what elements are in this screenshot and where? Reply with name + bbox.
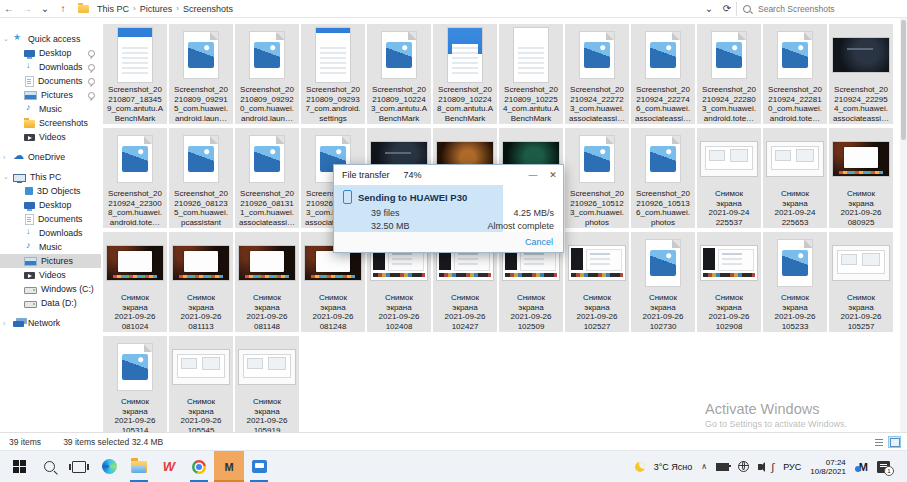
file-tile[interactable]: Screenshot_20 210924_22272 3_com.huawei.… — [565, 24, 629, 124]
breadcrumb-item[interactable]: Pictures — [137, 4, 176, 14]
thumbnail-view-button[interactable] — [888, 436, 901, 448]
taskbar-chrome-button[interactable] — [184, 451, 214, 482]
sidebar-item-3d-objects[interactable]: 3D Objects — [0, 184, 101, 198]
expand-chevron-icon[interactable]: ⌄ — [3, 35, 11, 43]
expand-chevron-icon[interactable]: › — [3, 320, 11, 327]
file-name: Снимок экрана 2021-09-26 105545 — [181, 397, 222, 435]
weather-moon-icon[interactable] — [635, 462, 645, 472]
dialog-titlebar[interactable]: File transfer 74% — ✕ — [334, 165, 563, 185]
taskbar-file-explorer-button[interactable] — [124, 451, 154, 482]
close-button[interactable]: ✕ — [543, 170, 563, 180]
language-indicator[interactable]: РУС — [783, 462, 801, 472]
forward-button[interactable]: → — [18, 3, 36, 14]
sidebar-item-desktop[interactable]: Desktop — [0, 46, 101, 60]
file-tile[interactable]: Снимок экрана 2021-09-24 225537 — [697, 128, 761, 228]
back-button[interactable]: ← — [0, 3, 18, 14]
file-tile[interactable]: Screenshot_20 210926_10512 3_com.huawei.… — [565, 128, 629, 228]
sidebar-item-music[interactable]: Music — [0, 102, 101, 116]
sidebar-item-this-pc[interactable]: ⌄This PC — [0, 170, 101, 184]
file-tile[interactable]: Снимок экрана 2021-09-26 105314 — [103, 336, 167, 436]
volume-icon[interactable] — [758, 464, 762, 470]
sidebar-item-network[interactable]: ›Network — [0, 316, 101, 330]
sidebar-item-videos[interactable]: Videos — [0, 268, 101, 282]
file-tile[interactable]: Screenshot_20 210926_08123 5_com.huawei.… — [169, 128, 233, 228]
clock[interactable]: 07:24 10/8/2021 — [810, 458, 846, 476]
dialog-title: File transfer — [342, 170, 390, 180]
file-tile[interactable]: Снимок экрана 2021-09-26 081024 — [103, 232, 167, 332]
hidden-icons-chevron[interactable]: ∧ — [701, 462, 707, 471]
taskbar-wps-office-button[interactable]: W — [154, 451, 184, 482]
file-tile[interactable]: Снимок экрана 2021-09-26 081148 — [235, 232, 299, 332]
file-tile[interactable]: Снимок экрана 2021-09-26 080925 — [829, 128, 893, 228]
up-button[interactable]: ↑ — [54, 3, 72, 14]
sidebar-item-windows-c-[interactable]: Windows (C:) — [0, 282, 101, 296]
network-icon[interactable] — [738, 461, 749, 472]
taskbar-screen-share-button[interactable] — [244, 451, 274, 482]
search-input[interactable] — [756, 3, 890, 15]
sidebar-item-documents[interactable]: Documents — [0, 212, 101, 226]
scrollbar-thumb[interactable] — [901, 20, 906, 140]
sidebar-item-pictures[interactable]: Pictures — [0, 88, 101, 102]
file-tile[interactable]: Screenshot_20 210924_22280 3_com.huawei.… — [697, 24, 761, 124]
vertical-scrollbar[interactable] — [900, 18, 907, 432]
file-tile[interactable]: Screenshot_20 210807_18345 9_com.antutu.… — [103, 24, 167, 124]
taskbar-start-button[interactable] — [4, 451, 34, 482]
file-tile[interactable]: Screenshot_20 210809_10224 8_com.antutu.… — [433, 24, 497, 124]
details-view-button[interactable] — [872, 436, 885, 448]
file-tile[interactable]: Screenshot_20 210924_22274 6_com.huawei.… — [631, 24, 695, 124]
file-tile[interactable]: Снимок экрана 2021-09-26 105919 — [235, 336, 299, 436]
recent-locations-button[interactable]: ⌄ — [36, 3, 54, 14]
file-tile[interactable]: Screenshot_20 210809_09292 0_com.huawei.… — [235, 24, 299, 124]
search-box[interactable] — [736, 2, 905, 16]
taskbar-edge-button[interactable] — [94, 451, 124, 482]
sidebar-item-downloads[interactable]: Downloads — [0, 60, 101, 74]
refresh-button[interactable]: ⟳ — [718, 3, 736, 14]
file-tile[interactable]: Screenshot_20 210809_09291 5_com.huawei.… — [169, 24, 233, 124]
breadcrumb-item[interactable]: This PC — [94, 4, 132, 14]
breadcrumb-item[interactable]: Screenshots — [180, 4, 236, 14]
address-dropdown-button[interactable]: ⌄ — [700, 3, 718, 14]
minimize-button[interactable]: — — [523, 170, 543, 180]
sidebar-item-downloads[interactable]: Downloads — [0, 226, 101, 240]
sidebar-item-documents[interactable]: Documents — [0, 74, 101, 88]
file-tile[interactable]: Снимок экрана 2021-09-24 225653 — [763, 128, 827, 228]
taskbar-search-button[interactable] — [34, 451, 64, 482]
sidebar-item-data-d-[interactable]: Data (D:) — [0, 296, 101, 310]
action-center-icon[interactable]: 1 — [877, 461, 890, 473]
image-placeholder-icon — [188, 42, 214, 68]
huawei-tray-icon[interactable]: M — [855, 461, 868, 473]
sidebar-item-music[interactable]: Music — [0, 240, 101, 254]
sidebar-item-screenshots[interactable]: Screenshots — [0, 116, 101, 130]
taskbar-huawei-manager-button[interactable]: M — [214, 451, 244, 482]
file-tile[interactable]: Screenshot_20 210926_08131 1_com.huawei.… — [235, 128, 299, 228]
sidebar-item-quick-access[interactable]: ⌄Quick access — [0, 32, 101, 46]
file-tile[interactable]: Снимок экрана 2021-09-26 105545 — [169, 336, 233, 436]
sidebar-item-desktop[interactable]: Desktop — [0, 198, 101, 212]
file-name: Снимок экрана 2021-09-26 105257 — [841, 293, 882, 331]
file-tile[interactable]: Снимок экрана 2021-09-26 102730 — [631, 232, 695, 332]
file-tile[interactable]: Снимок экрана 2021-09-26 081113 — [169, 232, 233, 332]
breadcrumb[interactable]: This PC›Pictures›Screenshots — [76, 1, 700, 16]
battery-icon[interactable] — [716, 463, 729, 471]
cancel-button[interactable]: Cancel — [525, 237, 553, 247]
weather-text[interactable]: 3°C Ясно — [654, 462, 693, 472]
sidebar-item-pictures[interactable]: Pictures — [0, 254, 101, 268]
file-tile[interactable]: Снимок экрана 2021-09-26 102908 — [697, 232, 761, 332]
file-tile[interactable]: Screenshot_20 210809_09293 7_com.android… — [301, 24, 365, 124]
expand-chevron-icon[interactable]: ⌄ — [3, 173, 11, 181]
file-tile[interactable]: Снимок экрана 2021-09-26 105257 — [829, 232, 893, 332]
sidebar-item-videos[interactable]: Videos — [0, 130, 101, 144]
file-tile[interactable]: Снимок экрана 2021-09-26 102527 — [565, 232, 629, 332]
file-tile[interactable]: Screenshot_20 210924_22281 0_com.huawei.… — [763, 24, 827, 124]
file-tile[interactable]: Screenshot_20 210926_10513 6_com.huawei.… — [631, 128, 695, 228]
file-tile[interactable]: Screenshot_20 210809_10224 3_com.antutu.… — [367, 24, 431, 124]
folder-icon — [24, 120, 35, 128]
taskbar-task-view-button[interactable] — [64, 451, 94, 482]
file-tile[interactable]: Screenshot_20 210809_10225 4_com.antutu.… — [499, 24, 563, 124]
sidebar-item-onedrive[interactable]: ›OneDrive — [0, 150, 101, 164]
file-tile[interactable]: Screenshot_20 210924_22300 8_com.huawei.… — [103, 128, 167, 228]
pen-device-icon[interactable]: ∫ — [771, 461, 774, 473]
expand-chevron-icon[interactable]: › — [3, 154, 11, 161]
file-tile[interactable]: Screenshot_20 210924_22295 4_com.huawei.… — [829, 24, 893, 124]
file-tile[interactable]: Снимок экрана 2021-09-26 105233 — [763, 232, 827, 332]
